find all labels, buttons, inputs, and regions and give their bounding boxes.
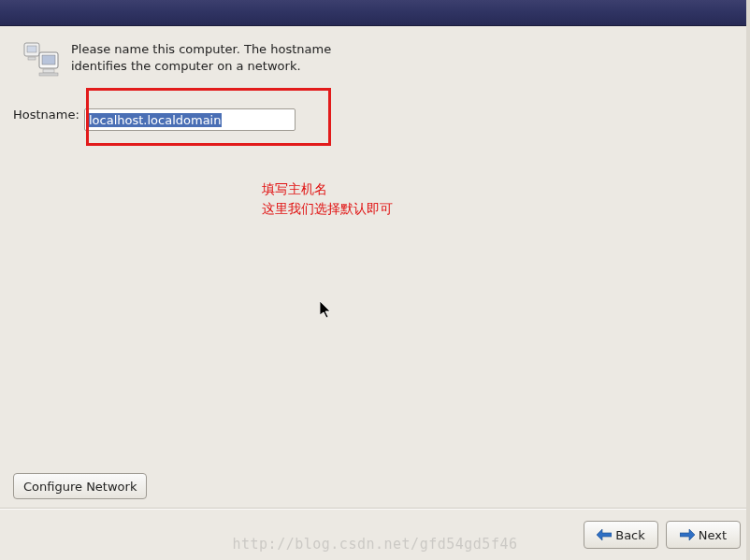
hostname-row: Hostname: [13, 107, 79, 121]
next-button[interactable]: Next [666, 521, 741, 549]
arrow-left-icon [597, 529, 612, 540]
svg-rect-5 [43, 69, 54, 73]
computer-network-icon [22, 41, 64, 79]
hostname-value-selected: localhost.localdomain [88, 113, 222, 127]
title-bar [0, 0, 750, 26]
footer-buttons: Back Next [584, 521, 741, 549]
mouse-cursor-icon [320, 301, 333, 323]
header-row: Please name this computer. The hostname … [22, 41, 352, 79]
configure-network-button[interactable]: Configure Network [13, 473, 147, 499]
next-label: Next [699, 528, 727, 542]
svg-rect-1 [27, 46, 36, 52]
back-button[interactable]: Back [584, 521, 658, 549]
instruction-text: Please name this computer. The hostname … [71, 41, 352, 74]
content-area: Please name this computer. The hostname … [0, 26, 750, 560]
svg-rect-6 [39, 73, 58, 76]
annotation-text: 填写主机名 这里我们选择默认即可 [262, 179, 393, 219]
separator [0, 508, 746, 510]
arrow-right-icon [680, 529, 695, 540]
svg-rect-2 [28, 57, 36, 60]
scrollbar[interactable] [746, 0, 750, 560]
back-label: Back [615, 528, 645, 542]
configure-network-label: Configure Network [23, 480, 137, 494]
svg-rect-4 [42, 55, 55, 65]
hostname-input[interactable]: localhost.localdomain [84, 108, 296, 131]
hostname-label: Hostname: [13, 107, 79, 121]
